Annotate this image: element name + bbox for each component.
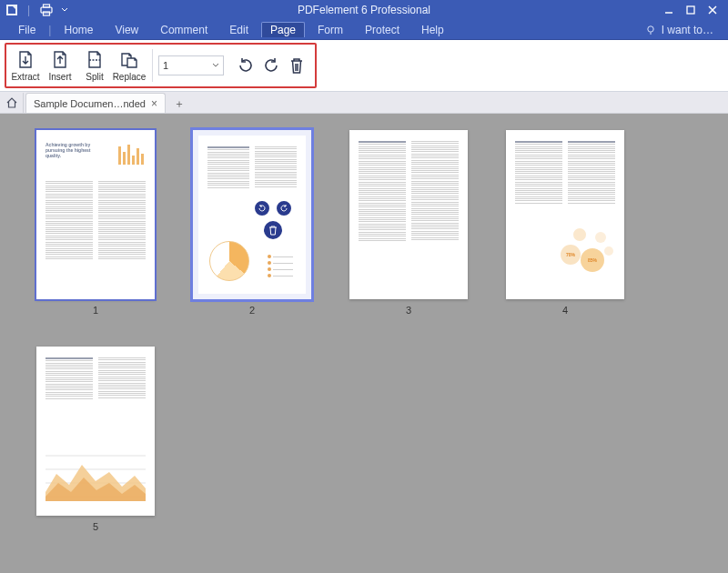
menu-protect[interactable]: Protect [356,22,409,38]
minimize-button[interactable] [661,3,677,17]
toolbar-sep [152,49,153,82]
thumb-3-label: 3 [406,305,411,316]
menu-file[interactable]: File [9,22,45,38]
rotate-right-overlay-icon [277,201,291,216]
menubar: File | Home View Comment Edit Page Form … [0,20,728,40]
thumb-1[interactable]: Achieving growth by pursuing the highest… [36,130,155,316]
i-want-to-label: I want to… [662,24,713,36]
thumb-1-heading: Achieving growth by pursuing the highest… [46,143,95,158]
split-label: Split [86,72,103,82]
tab-add-button[interactable]: ＋ [169,95,189,113]
qat-dropdown-icon[interactable] [61,4,68,16]
thumb-5-label: 5 [93,521,98,532]
menu-help[interactable]: Help [412,22,453,38]
thumb-5[interactable]: 5 [36,347,155,532]
svg-rect-5 [687,6,694,14]
thumb-5-areachart [46,447,146,501]
print-icon[interactable] [39,4,54,16]
menu-view[interactable]: View [106,22,147,38]
replace-label: Replace [113,72,147,82]
insert-button[interactable]: Insert [43,46,77,85]
titlebar-sep: | [27,4,30,16]
close-button[interactable] [704,3,721,17]
thumb-4-label: 4 [562,305,568,316]
rotate-left-overlay-icon [255,201,269,216]
rotate-right-button[interactable] [258,53,284,78]
tab-close-button[interactable]: × [151,98,157,109]
menu-edit[interactable]: Edit [220,22,258,38]
app-title: PDFelement 6 Professional [0,4,728,16]
titlebar: | PDFelement 6 Professional [0,0,728,20]
page-number-value: 1 [163,60,168,71]
thumb-2-pie [209,241,249,281]
split-button[interactable]: Split [77,46,112,85]
menu-home[interactable]: Home [55,22,102,38]
extract-label: Extract [11,72,39,82]
thumb-3[interactable]: 3 [349,130,468,316]
extract-button[interactable]: Extract [8,46,43,85]
dropdown-icon [212,60,219,71]
rotate-left-button[interactable] [233,53,258,78]
tabbar: Sample Documen…nded × ＋ [0,92,728,114]
thumb-4[interactable]: 70% 85% 4 [506,130,624,316]
thumbnail-workspace: Achieving growth by pursuing the highest… [0,114,728,573]
i-want-to-button[interactable]: I want to… [640,22,719,38]
svg-rect-2 [44,5,50,7]
svg-point-6 [647,25,652,31]
delete-page-button[interactable] [284,53,309,78]
maximize-button[interactable] [682,3,699,17]
menu-comment[interactable]: Comment [151,22,217,38]
tab-label: Sample Documen…nded [34,98,146,109]
thumb-1-label: 1 [93,305,98,316]
delete-overlay-icon [264,221,282,239]
menu-form[interactable]: Form [308,22,352,38]
bulb-icon [645,25,656,35]
thumb-2[interactable]: 2 [193,130,311,316]
app-icon [5,4,18,16]
page-number-combo[interactable]: 1 [158,55,224,75]
thumb-2-label: 2 [249,305,255,316]
page-toolbar-highlight: Extract Insert Split Replace 1 [5,43,317,88]
toolbar: Extract Insert Split Replace 1 [0,40,728,92]
menu-page[interactable]: Page [261,22,305,37]
insert-label: Insert [48,72,71,82]
tab-home-button[interactable] [0,93,24,113]
replace-button[interactable]: Replace [112,46,147,85]
tab-document[interactable]: Sample Documen…nded × [25,93,166,113]
